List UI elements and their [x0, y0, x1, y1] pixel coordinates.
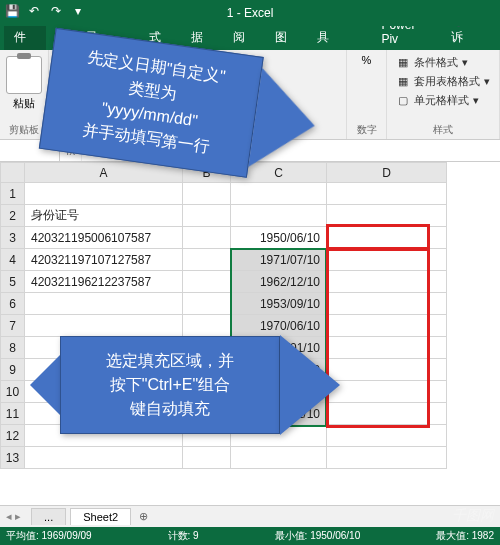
- cell[interactable]: [183, 293, 231, 315]
- table-row: 54203211962122375871962/12/10: [1, 271, 447, 293]
- cell[interactable]: [25, 293, 183, 315]
- row-header[interactable]: 10: [1, 381, 25, 403]
- undo-icon[interactable]: ↶: [26, 3, 42, 19]
- cell[interactable]: [327, 249, 447, 271]
- table-row: 1: [1, 183, 447, 205]
- cell[interactable]: [327, 205, 447, 227]
- cell[interactable]: [327, 271, 447, 293]
- cell[interactable]: [327, 447, 447, 469]
- conditional-format-button[interactable]: ▦条件格式 ▾: [393, 54, 493, 71]
- row-header[interactable]: 9: [1, 359, 25, 381]
- cell[interactable]: [327, 293, 447, 315]
- ribbon-group-styles: ▦条件格式 ▾ ▦套用表格格式 ▾ ▢单元格样式 ▾ 样式: [387, 50, 500, 139]
- cell[interactable]: 身份证号: [25, 205, 183, 227]
- callout-ctrl-e: 选定填充区域，并 按下"Ctrl+E"组合 键自动填充: [30, 335, 340, 435]
- status-average: 平均值: 1969/09/09: [6, 529, 92, 543]
- cell[interactable]: 1970/06/10: [231, 315, 327, 337]
- cell[interactable]: [327, 425, 447, 447]
- number-format-icon[interactable]: %: [353, 54, 380, 66]
- cell-style-icon: ▢: [396, 94, 410, 108]
- row-header[interactable]: 1: [1, 183, 25, 205]
- window-title: 1 - Excel: [227, 6, 274, 20]
- clipboard-label: 剪贴板: [6, 123, 42, 137]
- row-header[interactable]: 11: [1, 403, 25, 425]
- table-format-button[interactable]: ▦套用表格格式 ▾: [393, 73, 493, 90]
- cell[interactable]: [183, 271, 231, 293]
- row-header[interactable]: 12: [1, 425, 25, 447]
- ribbon-group-number: % 数字: [347, 50, 387, 139]
- status-bar: 平均值: 1969/09/09 计数: 9 最小值: 1950/06/10 最大…: [0, 527, 500, 545]
- table-row: 61953/09/10: [1, 293, 447, 315]
- quick-access-toolbar: 💾 ↶ ↷ ▾: [4, 3, 86, 19]
- cell[interactable]: 1971/07/10: [231, 249, 327, 271]
- cell[interactable]: [183, 249, 231, 271]
- cell[interactable]: [25, 183, 183, 205]
- cell[interactable]: 420321195006107587: [25, 227, 183, 249]
- sheet-tab-active[interactable]: Sheet2: [70, 508, 131, 525]
- table-row: 2身份证号: [1, 205, 447, 227]
- row-header[interactable]: 13: [1, 447, 25, 469]
- row-header[interactable]: 3: [1, 227, 25, 249]
- cell[interactable]: [327, 337, 447, 359]
- table-row: 34203211950061075871950/06/10: [1, 227, 447, 249]
- status-count: 计数: 9: [168, 529, 199, 543]
- cell[interactable]: [183, 315, 231, 337]
- cell[interactable]: [183, 183, 231, 205]
- table-row: 44203211971071275871971/07/10: [1, 249, 447, 271]
- cell[interactable]: 1953/09/10: [231, 293, 327, 315]
- cell[interactable]: 420321197107127587: [25, 249, 183, 271]
- cell[interactable]: [327, 315, 447, 337]
- cell[interactable]: [25, 447, 183, 469]
- row-header[interactable]: 5: [1, 271, 25, 293]
- cell-style-button[interactable]: ▢单元格样式 ▾: [393, 92, 493, 109]
- cell[interactable]: [231, 183, 327, 205]
- select-all-corner[interactable]: [1, 163, 25, 183]
- number-label: 数字: [353, 123, 380, 137]
- add-sheet-button[interactable]: ⊕: [131, 508, 156, 525]
- cell[interactable]: [25, 315, 183, 337]
- paste-button[interactable]: 粘贴: [6, 96, 42, 111]
- status-min: 最小值: 1950/06/10: [275, 529, 361, 543]
- arrow-tail-icon: [30, 355, 60, 415]
- status-max: 最大值: 1982: [436, 529, 494, 543]
- redo-icon[interactable]: ↷: [48, 3, 64, 19]
- cell[interactable]: [183, 205, 231, 227]
- row-header[interactable]: 8: [1, 337, 25, 359]
- sheet-nav[interactable]: ◂ ▸: [0, 510, 27, 523]
- table-format-icon: ▦: [396, 75, 410, 89]
- cell[interactable]: [183, 227, 231, 249]
- row-header[interactable]: 2: [1, 205, 25, 227]
- cell[interactable]: [231, 205, 327, 227]
- save-icon[interactable]: 💾: [4, 3, 20, 19]
- cell[interactable]: [183, 447, 231, 469]
- cell[interactable]: [327, 403, 447, 425]
- arrow-right-icon: [280, 335, 340, 435]
- qat-more-icon[interactable]: ▾: [70, 3, 86, 19]
- cell[interactable]: 420321196212237587: [25, 271, 183, 293]
- cell[interactable]: [327, 183, 447, 205]
- cell[interactable]: 1950/06/10: [231, 227, 327, 249]
- paste-icon[interactable]: [6, 56, 42, 94]
- cond-format-icon: ▦: [396, 56, 410, 70]
- row-header[interactable]: 7: [1, 315, 25, 337]
- row-header[interactable]: 4: [1, 249, 25, 271]
- cell[interactable]: 1962/12/10: [231, 271, 327, 293]
- cell[interactable]: [327, 227, 447, 249]
- table-row: 71970/06/10: [1, 315, 447, 337]
- sheet-tab-bar: ◂ ▸ ... Sheet2 ⊕: [0, 505, 500, 527]
- sheet-tab-prev[interactable]: ...: [31, 508, 66, 525]
- row-header[interactable]: 6: [1, 293, 25, 315]
- cell[interactable]: [231, 447, 327, 469]
- title-bar: 💾 ↶ ↷ ▾ 1 - Excel: [0, 0, 500, 26]
- cell[interactable]: [327, 381, 447, 403]
- cell[interactable]: [327, 359, 447, 381]
- col-header-D[interactable]: D: [327, 163, 447, 183]
- styles-label: 样式: [393, 123, 493, 137]
- table-row: 13: [1, 447, 447, 469]
